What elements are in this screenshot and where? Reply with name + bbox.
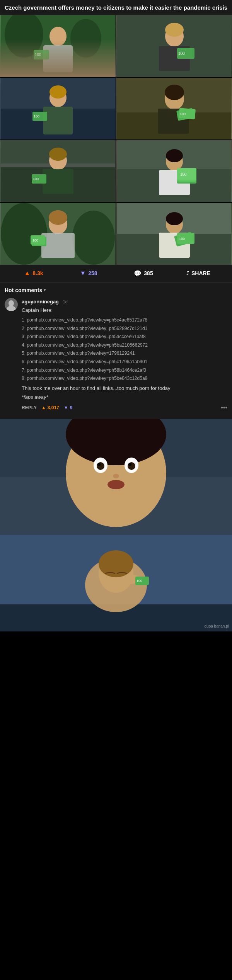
share-label: SHARE bbox=[191, 270, 210, 276]
share-icon: ⤴ bbox=[186, 270, 189, 276]
hot-comments-label: Hot comments bbox=[5, 287, 42, 293]
watermark: dupa banan.pl bbox=[205, 624, 229, 628]
upvote-icon: ▲ bbox=[24, 270, 30, 277]
link-7: 7: pornhub.com/view_video.php?viewkey=ph… bbox=[22, 366, 227, 375]
comment-time-1: 1d bbox=[63, 299, 68, 304]
svg-point-23 bbox=[165, 85, 184, 100]
image-grid: Public Talk 100 Public Talk 100 bbox=[0, 15, 232, 265]
svg-point-9 bbox=[165, 23, 184, 37]
video-thumbnail-3[interactable]: Public Re... 100 bbox=[0, 78, 116, 140]
comment-upvote-1[interactable]: ▲ 3,017 bbox=[41, 405, 59, 410]
comment-action[interactable]: 💬 385 bbox=[116, 270, 171, 277]
comment-item-1: aguyonninegag 1d Captain Here: 1: pornhu… bbox=[5, 298, 227, 411]
comments-section: Hot comments ▾ aguyonninegag 1d Captain … bbox=[0, 282, 232, 419]
svg-point-72 bbox=[128, 462, 135, 470]
comments-header: Hot comments ▾ bbox=[5, 287, 227, 293]
svg-rect-5 bbox=[34, 50, 49, 60]
final-image: 100 dupa banan.pl bbox=[0, 535, 232, 631]
link-8: 8: pornhub.com/view_video.php?viewkey=ph… bbox=[22, 374, 227, 383]
svg-point-71 bbox=[97, 462, 104, 470]
comment-upvote-count-1: 3,017 bbox=[48, 405, 59, 410]
svg-point-46 bbox=[1, 203, 47, 265]
svg-text:100: 100 bbox=[34, 114, 39, 118]
link-3: 3: pornhub.com/view_video.php?viewkey=ph… bbox=[22, 333, 227, 341]
video-thumbnail-8[interactable]: 100 bbox=[116, 203, 232, 265]
link-4: 4: pornhub.com/view_video.php?viewkey=ph… bbox=[22, 341, 227, 350]
svg-text:100: 100 bbox=[180, 112, 186, 116]
sort-arrow[interactable]: ▾ bbox=[44, 288, 46, 292]
more-button-1[interactable]: ••• bbox=[221, 404, 227, 411]
svg-point-76 bbox=[113, 474, 119, 478]
svg-rect-17 bbox=[43, 107, 73, 134]
link-1: 1: pornhub.com/view_video.php?viewkey=ph… bbox=[22, 316, 227, 325]
downvote-arrow-icon: ▼ bbox=[64, 405, 68, 410]
svg-point-2 bbox=[70, 19, 101, 58]
page-title: Czech government offers money to citizen… bbox=[5, 4, 227, 12]
svg-rect-33 bbox=[43, 169, 73, 194]
svg-point-73 bbox=[97, 463, 101, 466]
svg-rect-77 bbox=[104, 508, 128, 519]
svg-text:100: 100 bbox=[178, 51, 185, 56]
link-5: 5: pornhub.com/view_video.php?viewkey=17… bbox=[22, 349, 227, 358]
video-thumbnail-4[interactable]: 4:00 100 bbox=[116, 78, 232, 140]
svg-point-32 bbox=[49, 148, 67, 161]
comment-username-1: aguyonninegag bbox=[22, 299, 59, 305]
svg-text:100: 100 bbox=[35, 53, 41, 57]
svg-point-83 bbox=[99, 550, 133, 577]
upvote-arrow-icon: ▲ bbox=[41, 405, 46, 410]
reaction-image bbox=[0, 419, 232, 535]
link-2: 2: pornhub.com/view_video.php?viewkey=ph… bbox=[22, 325, 227, 333]
downvote-icon: ▼ bbox=[80, 270, 86, 277]
comment-outro-1: This took me over an hour to find all li… bbox=[22, 385, 227, 392]
reply-button-1[interactable]: REPLY bbox=[22, 405, 37, 410]
comment-body-1: aguyonninegag 1d Captain Here: 1: pornhu… bbox=[22, 298, 227, 411]
svg-text:100: 100 bbox=[32, 238, 38, 242]
comment-count: 385 bbox=[144, 270, 153, 276]
comment-icon: 💬 bbox=[134, 270, 142, 277]
comment-italic-1: *faps away* bbox=[22, 393, 227, 401]
svg-point-16 bbox=[49, 85, 67, 99]
video-thumbnail-5[interactable]: 100 bbox=[0, 140, 116, 202]
upvote-action[interactable]: ▲ 8.3k bbox=[6, 270, 61, 277]
svg-point-47 bbox=[72, 211, 115, 265]
svg-point-3 bbox=[49, 27, 67, 46]
svg-point-1 bbox=[5, 15, 43, 58]
svg-text:100: 100 bbox=[179, 237, 185, 241]
video-thumbnail-2[interactable]: Public Talk 100 bbox=[116, 15, 232, 77]
svg-text:100: 100 bbox=[33, 177, 39, 181]
comment-downvote-count-1: 9 bbox=[70, 405, 73, 410]
video-thumbnail-1[interactable]: Public Talk 100 bbox=[0, 15, 116, 77]
svg-point-39 bbox=[166, 149, 183, 162]
avatar-aguyonninegag bbox=[5, 298, 18, 311]
svg-rect-50 bbox=[41, 233, 75, 258]
svg-text:100: 100 bbox=[136, 579, 142, 583]
svg-text:100: 100 bbox=[180, 172, 187, 177]
comment-intro-1: Captain Here: bbox=[22, 306, 227, 314]
comment-header-1: aguyonninegag 1d bbox=[22, 298, 227, 305]
svg-point-75 bbox=[107, 480, 125, 489]
comment-links-1: 1: pornhub.com/view_video.php?viewkey=ph… bbox=[22, 316, 227, 383]
svg-point-49 bbox=[49, 210, 67, 225]
video-thumbnail-7[interactable]: 100 bbox=[0, 203, 116, 265]
svg-point-57 bbox=[166, 212, 183, 225]
svg-rect-4 bbox=[43, 45, 73, 72]
downvote-action[interactable]: ▼ 258 bbox=[61, 270, 116, 277]
comment-actions-1: REPLY ▲ 3,017 ▼ 9 ••• bbox=[22, 404, 227, 411]
comment-downvote-1[interactable]: ▼ 9 bbox=[64, 405, 73, 410]
video-thumbnail-6[interactable]: 100ser 100 bbox=[116, 140, 232, 202]
downvote-count: 258 bbox=[88, 270, 97, 276]
svg-point-74 bbox=[128, 463, 131, 466]
upvote-count: 8.3k bbox=[32, 270, 43, 276]
header: Czech government offers money to citizen… bbox=[0, 0, 232, 15]
share-action[interactable]: ⤴ SHARE bbox=[171, 270, 226, 276]
link-6: 6: pornhub.com/view_video.php?viewkey=ph… bbox=[22, 358, 227, 366]
svg-point-63 bbox=[9, 300, 14, 306]
action-bar: ▲ 8.3k ▼ 258 💬 385 ⤴ SHARE bbox=[0, 265, 232, 282]
